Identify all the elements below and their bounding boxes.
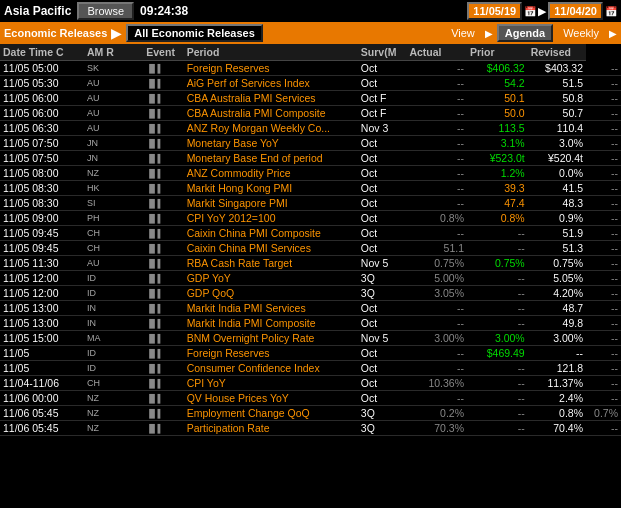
cell-event: BNM Overnight Policy Rate — [184, 331, 358, 346]
table-row[interactable]: 11/05 ID ▐▌▌ Foreign Reserves Oct -- $46… — [0, 346, 621, 361]
cell-period: Oct — [358, 166, 407, 181]
cell-surv: -- — [406, 181, 467, 196]
cell-event: Consumer Confidence Index — [184, 361, 358, 376]
cell-prior: 3.0% — [528, 136, 586, 151]
col-period: Period — [184, 44, 358, 61]
cell-country: IN — [84, 301, 122, 316]
cell-chart: ▐▌▌ — [143, 151, 183, 166]
cell-actual: -- — [467, 286, 528, 301]
cell-actual: -- — [467, 421, 528, 436]
cell-period: Oct — [358, 196, 407, 211]
cell-revised: -- — [586, 271, 621, 286]
cell-event: Markit India PMI Composite — [184, 316, 358, 331]
col-event: Event — [143, 44, 183, 61]
all-releases-dropdown[interactable]: All Economic Releases — [126, 24, 262, 42]
agenda-button[interactable]: Agenda — [497, 24, 553, 42]
cell-amr — [122, 331, 143, 346]
table-row[interactable]: 11/04-11/06 CH ▐▌▌ CPI YoY Oct 10.36% --… — [0, 376, 621, 391]
table-row[interactable]: 11/05 13:00 IN ▐▌▌ Markit India PMI Comp… — [0, 316, 621, 331]
table-row[interactable]: 11/06 05:45 NZ ▐▌▌ Participation Rate 3Q… — [0, 421, 621, 436]
cell-actual: 113.5 — [467, 121, 528, 136]
cell-revised: -- — [586, 241, 621, 256]
cell-chart: ▐▌▌ — [143, 106, 183, 121]
cell-event: AiG Perf of Services Index — [184, 76, 358, 91]
cell-country: SI — [84, 196, 122, 211]
cell-chart: ▐▌▌ — [143, 361, 183, 376]
cell-event: Participation Rate — [184, 421, 358, 436]
weekly-button[interactable]: Weekly — [557, 26, 605, 40]
cell-country: PH — [84, 211, 122, 226]
table-row[interactable]: 11/05 12:00 ID ▐▌▌ GDP QoQ 3Q 3.05% -- 4… — [0, 286, 621, 301]
cell-actual: $406.32 — [467, 61, 528, 76]
cell-actual: -- — [467, 316, 528, 331]
date-range: 11/05/19 📅 ▶ 11/04/20 📅 — [467, 2, 617, 20]
cell-surv: -- — [406, 106, 467, 121]
cell-prior: 110.4 — [528, 121, 586, 136]
cell-prior: $403.32 — [528, 61, 586, 76]
cell-revised: -- — [586, 196, 621, 211]
calendar-icon-2[interactable]: 📅 — [605, 6, 617, 17]
cell-prior: 3.00% — [528, 331, 586, 346]
cell-date: 11/05 05:30 — [0, 76, 84, 91]
table-row[interactable]: 11/05 09:45 CH ▐▌▌ Caixin China PMI Comp… — [0, 226, 621, 241]
table-row[interactable]: 11/05 ID ▐▌▌ Consumer Confidence Index O… — [0, 361, 621, 376]
cell-revised: -- — [586, 316, 621, 331]
table-row[interactable]: 11/05 09:00 PH ▐▌▌ CPI YoY 2012=100 Oct … — [0, 211, 621, 226]
cell-event: Foreign Reserves — [184, 346, 358, 361]
cell-date: 11/05 09:45 — [0, 241, 84, 256]
cell-date: 11/05 13:00 — [0, 316, 84, 331]
col-surv: Surv(M — [358, 44, 407, 61]
cell-period: Nov 5 — [358, 256, 407, 271]
view-button[interactable]: View — [445, 26, 481, 40]
cell-prior: 0.8% — [528, 406, 586, 421]
cell-amr — [122, 121, 143, 136]
cell-revised: -- — [586, 331, 621, 346]
table-row[interactable]: 11/05 05:00 SK ▐▌▌ Foreign Reserves Oct … — [0, 61, 621, 76]
table-row[interactable]: 11/05 07:50 JN ▐▌▌ Monetary Base End of … — [0, 151, 621, 166]
cell-surv: -- — [406, 391, 467, 406]
table-row[interactable]: 11/06 00:00 NZ ▐▌▌ QV House Prices YoY O… — [0, 391, 621, 406]
cell-chart: ▐▌▌ — [143, 421, 183, 436]
cell-amr — [122, 61, 143, 76]
table-row[interactable]: 11/05 12:00 ID ▐▌▌ GDP YoY 3Q 5.00% -- 5… — [0, 271, 621, 286]
table-row[interactable]: 11/05 13:00 IN ▐▌▌ Markit India PMI Serv… — [0, 301, 621, 316]
cell-country: NZ — [84, 166, 122, 181]
cell-country: ID — [84, 271, 122, 286]
cell-event: Monetary Base End of period — [184, 151, 358, 166]
cell-country: HK — [84, 181, 122, 196]
table-row[interactable]: 11/05 06:30 AU ▐▌▌ ANZ Roy Morgan Weekly… — [0, 121, 621, 136]
cell-chart: ▐▌▌ — [143, 391, 183, 406]
cell-country: NZ — [84, 406, 122, 421]
table-row[interactable]: 11/05 09:45 CH ▐▌▌ Caixin China PMI Serv… — [0, 241, 621, 256]
table-row[interactable]: 11/06 05:45 NZ ▐▌▌ Employment Change QoQ… — [0, 406, 621, 421]
cell-actual: -- — [467, 391, 528, 406]
cell-period: Oct — [358, 151, 407, 166]
date2-button[interactable]: 11/04/20 — [548, 2, 603, 20]
cell-chart: ▐▌▌ — [143, 346, 183, 361]
cell-period: Oct — [358, 301, 407, 316]
calendar-icon[interactable]: 📅 — [524, 6, 536, 17]
cell-chart: ▐▌▌ — [143, 241, 183, 256]
cell-period: 3Q — [358, 286, 407, 301]
cell-period: Oct — [358, 136, 407, 151]
table-row[interactable]: 11/05 08:00 NZ ▐▌▌ ANZ Commodity Price O… — [0, 166, 621, 181]
cell-date: 11/05 08:30 — [0, 196, 84, 211]
browse-button[interactable]: Browse — [77, 2, 134, 20]
table-row[interactable]: 11/05 06:00 AU ▐▌▌ CBA Australia PMI Com… — [0, 106, 621, 121]
date1-button[interactable]: 11/05/19 — [467, 2, 522, 20]
cell-country: JN — [84, 151, 122, 166]
col-amr: AM R — [84, 44, 122, 61]
cell-prior: 2.4% — [528, 391, 586, 406]
table-row[interactable]: 11/05 15:00 MA ▐▌▌ BNM Overnight Policy … — [0, 331, 621, 346]
cell-country: AU — [84, 76, 122, 91]
table-row[interactable]: 11/05 08:30 HK ▐▌▌ Markit Hong Kong PMI … — [0, 181, 621, 196]
col-revised: Revised — [528, 44, 586, 61]
table-row[interactable]: 11/05 05:30 AU ▐▌▌ AiG Perf of Services … — [0, 76, 621, 91]
table-row[interactable]: 11/05 11:30 AU ▐▌▌ RBA Cash Rate Target … — [0, 256, 621, 271]
cell-revised: -- — [586, 106, 621, 121]
table-row[interactable]: 11/05 06:00 AU ▐▌▌ CBA Australia PMI Ser… — [0, 91, 621, 106]
table-row[interactable]: 11/05 08:30 SI ▐▌▌ Markit Singapore PMI … — [0, 196, 621, 211]
table-row[interactable]: 11/05 07:50 JN ▐▌▌ Monetary Base YoY Oct… — [0, 136, 621, 151]
cell-date: 11/05 07:50 — [0, 136, 84, 151]
data-scroll-area[interactable]: Date Time C AM R Event Period Surv(M Act… — [0, 44, 621, 436]
